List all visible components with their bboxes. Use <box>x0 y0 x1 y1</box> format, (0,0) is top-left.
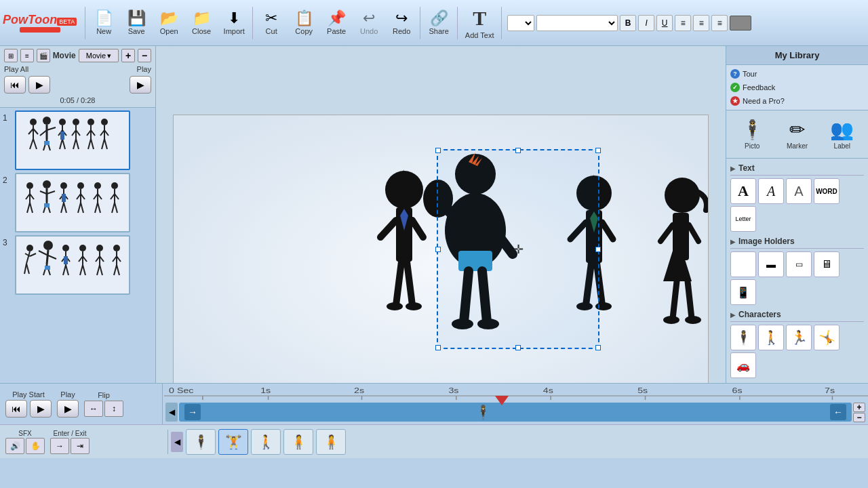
bottom-play-button[interactable]: ▶ <box>30 400 52 418</box>
holder-square[interactable]: ▬ <box>758 251 784 277</box>
anim-frame-5[interactable]: 🧍 <box>316 429 346 455</box>
handle-tl[interactable] <box>435 148 441 153</box>
list-view-button[interactable]: ≡ <box>20 49 34 62</box>
add-text-button[interactable]: T Add Text <box>460 4 498 42</box>
char-2[interactable]: 🚶 <box>758 325 784 350</box>
char-3[interactable]: 🏃 <box>786 325 812 350</box>
anim-frame-4[interactable]: 🧍 <box>283 429 313 455</box>
import-button[interactable]: ⬇ Import <box>218 4 250 42</box>
image-holders-section-header[interactable]: ▶ Image Holders <box>730 235 864 249</box>
char-4[interactable]: 🤸 <box>814 325 840 350</box>
align-left-button[interactable]: ≡ <box>675 15 691 31</box>
zoom-in-button[interactable]: + <box>853 403 865 412</box>
pro-item[interactable]: ★ Need a Pro? <box>730 95 864 107</box>
tour-icon: ? <box>730 69 740 79</box>
handle-bc[interactable] <box>515 345 521 350</box>
slide-item-2[interactable]: 2 <box>3 173 153 232</box>
handle-tr[interactable] <box>595 148 601 153</box>
font-name-select[interactable] <box>536 15 618 31</box>
anim-scroll-left[interactable]: ◀ <box>171 432 183 452</box>
align-center-button[interactable]: ≡ <box>693 15 709 31</box>
char-1[interactable]: 🕴 <box>730 325 756 350</box>
handle-bl[interactable] <box>435 345 441 350</box>
slide-item-3[interactable]: 3 <box>3 235 153 295</box>
handle-ml[interactable] <box>435 247 441 252</box>
align-right-button[interactable]: ≡ <box>711 15 728 31</box>
new-button[interactable]: 📄 New <box>88 4 119 42</box>
picto-button[interactable]: 🕴 Picto <box>735 116 770 152</box>
label-button[interactable]: 👥 Label <box>825 116 859 152</box>
marker-label: Marker <box>787 142 808 150</box>
marker-button[interactable]: ✏ Marker <box>781 116 813 152</box>
text-style-word[interactable]: WORD <box>814 178 840 204</box>
timeline-bar[interactable]: → 🕴 ← <box>179 403 852 422</box>
holder-wide[interactable]: ▭ <box>786 251 812 277</box>
font-size-select[interactable] <box>507 15 534 31</box>
remove-slide-button[interactable]: − <box>138 49 151 62</box>
text-section-header[interactable]: ▶ Text <box>730 161 864 176</box>
save-button[interactable]: 💾 Save <box>121 4 152 42</box>
flip-h-button[interactable]: ↔ <box>84 401 103 417</box>
characters-arrow-icon: ▶ <box>730 311 736 319</box>
char-5[interactable]: 🚗 <box>730 352 756 378</box>
text-style-a1[interactable]: A <box>730 178 756 204</box>
redo-button[interactable]: ↪ Redo <box>386 4 417 42</box>
text-style-a3[interactable]: A <box>786 178 812 204</box>
add-slide-button[interactable]: + <box>121 49 135 62</box>
play-prev-button[interactable]: ⏮ <box>4 76 26 94</box>
bold-button[interactable]: B <box>620 15 636 31</box>
bottom-rewind-button[interactable]: ⏮ <box>5 400 27 418</box>
italic-button[interactable]: I <box>638 15 654 31</box>
timeline-enter-arrow[interactable]: → <box>184 404 201 420</box>
paste-button[interactable]: 📌 Paste <box>321 4 352 42</box>
anim-frame-1[interactable]: 🕴 <box>186 429 216 455</box>
flip-v-button[interactable]: ↕ <box>104 401 123 417</box>
grid-view-button[interactable]: ⊞ <box>4 49 18 62</box>
open-button[interactable]: 📂 Open <box>153 4 184 42</box>
zoom-out-button[interactable]: − <box>853 413 865 422</box>
text-style-letters[interactable]: Letter <box>730 206 756 232</box>
enter-button[interactable]: → <box>50 438 69 454</box>
exit-button[interactable]: ⇥ <box>71 438 90 454</box>
slide-item-1[interactable]: 1 <box>3 110 153 170</box>
timeline-playhead[interactable] <box>495 396 509 405</box>
movie-type-button[interactable]: Movie ▾ <box>79 49 119 62</box>
text-arrow-icon: ▶ <box>730 165 736 172</box>
text-color-picker[interactable] <box>730 16 751 30</box>
tour-item[interactable]: ? Tour <box>730 68 864 80</box>
anim-frame-3[interactable]: 🚶 <box>251 429 281 455</box>
slide-thumb-3[interactable] <box>15 235 130 295</box>
main-canvas[interactable]: ✛ CREATED USING PowToon <box>173 115 709 420</box>
characters-section-header[interactable]: ▶ Characters <box>730 308 864 322</box>
play-fwd-button[interactable]: ▶ <box>130 76 151 94</box>
play-all-label[interactable]: Play All <box>4 65 28 73</box>
svg-text:4s: 4s <box>543 387 553 394</box>
share-button[interactable]: 🔗 Share <box>423 4 454 42</box>
handle-tc[interactable] <box>515 148 521 153</box>
play-main-button[interactable]: ▶ <box>28 76 50 94</box>
svg-line-86 <box>47 250 48 264</box>
holder-monitor[interactable]: 🖥 <box>814 251 840 277</box>
undo-button[interactable]: ↩ Undo <box>353 4 384 42</box>
close-button[interactable]: 📁 Close <box>186 4 217 42</box>
slide-thumb-2[interactable] <box>15 173 130 232</box>
play-label[interactable]: Play <box>137 65 151 73</box>
holder-blank[interactable] <box>730 251 756 277</box>
sfx-button[interactable]: 🔊 <box>5 438 24 454</box>
handle-mr[interactable] <box>595 247 601 252</box>
handle-br[interactable] <box>595 345 601 350</box>
holder-tablet[interactable]: 📱 <box>730 279 756 305</box>
filmstrip-button[interactable]: 🎬 <box>37 49 50 62</box>
text-section-items: A A A WORD Letter <box>730 176 864 235</box>
timeline-scroll-left[interactable]: ◀ <box>165 403 178 422</box>
copy-button[interactable]: 📋 Copy <box>288 4 319 42</box>
bottom-play2-button[interactable]: ▶ <box>57 400 79 418</box>
anim-frame-2[interactable]: 🏋 <box>218 429 248 455</box>
timeline-exit-arrow[interactable]: ← <box>830 404 846 420</box>
slide-thumb-1[interactable] <box>15 110 130 170</box>
hand-button[interactable]: ✋ <box>26 438 45 454</box>
cut-button[interactable]: ✂ Cut <box>256 4 287 42</box>
text-style-a2[interactable]: A <box>758 178 784 204</box>
feedback-item[interactable]: ✓ Feedback <box>730 81 864 94</box>
underline-button[interactable]: U <box>656 15 673 31</box>
